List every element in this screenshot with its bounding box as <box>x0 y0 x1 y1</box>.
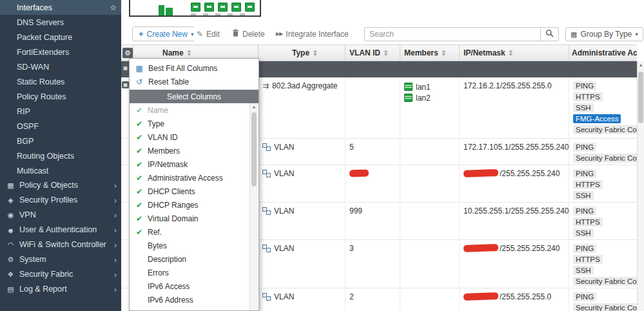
menu-item-label: Name <box>148 106 168 115</box>
access-badge: SSH <box>573 191 594 200</box>
sidebar-item-fortiextenders[interactable]: FortiExtenders <box>0 45 121 59</box>
access-item: PING <box>573 206 637 217</box>
integrate-label: Integrate Interface <box>286 30 348 39</box>
search-icon <box>545 29 554 39</box>
menu-item-virtual-domain[interactable]: ✔Virtual Domain <box>130 212 249 225</box>
menu-item-ipv6-access[interactable]: ✔IPv6 Access <box>130 279 249 293</box>
vlan-icon <box>262 143 271 151</box>
sidebar-item-policy-routes[interactable]: Policy Routes <box>0 89 121 104</box>
sidebar-item-routing-objects[interactable]: Routing Objects <box>0 148 121 163</box>
app-window: Interfaces☆DNS ServersPacket CaptureFort… <box>0 0 644 311</box>
scrollbar-thumb[interactable] <box>251 112 257 186</box>
sidebar-item-vpn[interactable]: ◉VPN› <box>0 208 121 223</box>
column-header-ip-netmask[interactable]: IP/Netmask⇕ <box>459 45 569 61</box>
group-by-button[interactable]: ▦ Group By Type ▾ <box>565 27 643 41</box>
ip-value: 172.16.2.1/255.255.255.0 <box>463 81 552 90</box>
menu-item-errors[interactable]: ✔Errors <box>130 266 249 279</box>
menu-item-description[interactable]: ✔Description <box>130 252 249 266</box>
table-scrollbar[interactable]: ▲ <box>637 61 644 311</box>
reset-table-label: Reset Table <box>148 77 189 86</box>
check-icon: ✔ <box>136 119 148 128</box>
sort-icon: ⇕ <box>508 49 514 57</box>
chevron-right-icon: › <box>114 181 117 190</box>
access-badge: Security Fabric Conn <box>573 303 637 311</box>
sidebar-item-bgp[interactable]: BGP <box>0 134 121 148</box>
menu-item-administrative-access[interactable]: ✔Administrative Access <box>130 171 249 185</box>
menu-item-label: Members <box>148 146 180 156</box>
chevron-right-icon: › <box>114 196 117 205</box>
menu-item-reset-table[interactable]: ↺ Reset Table <box>130 75 259 88</box>
scroll-up-icon[interactable]: ▲ <box>250 105 258 109</box>
sidebar-item-sd-wan[interactable]: SD-WAN <box>0 59 121 74</box>
menu-item-members[interactable]: ✔Members <box>130 144 249 157</box>
menu-item-best-fit-all-columns[interactable]: ▦ Best Fit All Columns <box>130 61 259 75</box>
chevron-down-icon: ▾ <box>191 31 194 37</box>
access-badge: PING <box>573 169 596 178</box>
menu-item-name[interactable]: ✔Name <box>130 103 249 117</box>
select-columns-list: ✔Name✔Type✔VLAN ID✔Members✔IP/Netmask✔Ad… <box>130 103 249 310</box>
scrollbar-thumb[interactable] <box>638 72 643 123</box>
menu-item-bytes[interactable]: ✔Bytes <box>130 239 249 252</box>
check-icon: ✔ <box>136 146 148 156</box>
sidebar-item-system[interactable]: ⚙System› <box>0 252 121 267</box>
sidebar-item-policy-objects[interactable]: ▦Policy & Objects› <box>0 178 121 193</box>
access-badge: PING <box>573 81 596 90</box>
column-header-vlan-id[interactable]: VLAN ID⇕ <box>345 45 400 61</box>
sidebar-item-user-authentication[interactable]: ☻User & Authentication› <box>0 223 121 237</box>
access-badge: Security Fabric Conn <box>573 154 637 163</box>
row-settings-icon[interactable]: ▦ <box>122 81 129 88</box>
sidebar-item-security-profiles[interactable]: ◈Security Profiles› <box>0 193 121 208</box>
column-header-members[interactable]: Members⇕ <box>400 45 459 61</box>
menu-item-type[interactable]: ✔Type <box>130 117 249 130</box>
column-header-administrative-access[interactable]: Administrative Access⇕ <box>569 45 637 61</box>
cell-members <box>400 139 459 165</box>
sidebar-item-interfaces[interactable]: Interfaces☆ <box>0 0 121 15</box>
sort-icon: ⇕ <box>186 49 192 57</box>
port-icon <box>218 3 228 12</box>
sidebar-item-packet-capture[interactable]: Packet Capture <box>0 30 121 45</box>
menu-scrollbar[interactable]: ▲ <box>249 103 258 310</box>
star-icon[interactable]: ☆ <box>110 3 117 12</box>
ip-suffix: /255.255.255.240 <box>500 169 560 178</box>
cell-members: lan1lan2 <box>400 77 459 138</box>
create-new-button[interactable]: + Create New ▾ <box>132 26 200 41</box>
menu-item-ip-netmask[interactable]: ✔IP/Netmask <box>130 157 249 171</box>
scroll-up-icon[interactable]: ▲ <box>638 63 644 67</box>
check-icon: ✔ <box>136 133 148 142</box>
sidebar-item-log-report[interactable]: ▤Log & Report› <box>0 282 121 297</box>
column-header-label: Name <box>162 48 184 57</box>
access-item: Security Fabric Conn <box>573 277 637 288</box>
sidebar-item-label: Policy Routes <box>17 92 66 101</box>
menu-item-dhcp-ranges[interactable]: ✔DHCP Ranges <box>130 198 249 212</box>
sidebar-item-label: Static Routes <box>17 77 64 86</box>
sidebar-item-rip[interactable]: RIP <box>0 104 121 119</box>
vlan-id-value: 999 <box>349 206 362 216</box>
column-settings-gear-icon[interactable]: ⚙ <box>122 48 133 58</box>
menu-item-vlan-id[interactable]: ✔VLAN ID <box>130 130 249 144</box>
sidebar-item-ospf[interactable]: OSPF <box>0 119 121 134</box>
search-button[interactable] <box>540 28 558 41</box>
edit-button[interactable]: ✎ Edit <box>194 26 222 41</box>
menu-item-dhcp-clients[interactable]: ✔DHCP Clients <box>130 185 249 198</box>
sidebar-item-static-routes[interactable]: Static Routes <box>0 74 121 89</box>
access-item: PING <box>573 292 637 303</box>
security-fabric-icon: ❖ <box>5 270 16 279</box>
row-settings-icon[interactable]: ▦ <box>122 65 129 72</box>
cell-type: VLAN <box>258 203 345 239</box>
sidebar-item-dns-servers[interactable]: DNS Servers <box>0 15 121 30</box>
sidebar-item-multicast[interactable]: Multicast <box>0 163 121 178</box>
search-input[interactable] <box>365 28 540 41</box>
menu-item-label: VLAN ID <box>148 133 178 142</box>
chevron-right-icon: › <box>114 270 117 279</box>
column-header-type[interactable]: Type⇕ <box>258 45 345 61</box>
type-label: VLAN <box>274 169 294 178</box>
chevron-right-icon: › <box>114 255 117 265</box>
cell-admin-access: PINGHTTPSSSHSecurity Fabric Conn <box>569 240 637 288</box>
sidebar-item-wifi-switch-controller[interactable]: ◠WiFi & Switch Controller› <box>0 237 121 252</box>
access-item: Security Fabric Conn <box>573 125 637 136</box>
menu-item-ipv6-address[interactable]: ✔IPv6 Address <box>130 293 249 306</box>
menu-item-ref[interactable]: ✔Ref. <box>130 225 249 239</box>
integrate-interface-button[interactable]: ▶▶ Integrate Interface <box>273 26 351 41</box>
delete-button[interactable]: Delete <box>229 26 268 41</box>
sidebar-item-security-fabric[interactable]: ❖Security Fabric› <box>0 267 121 282</box>
